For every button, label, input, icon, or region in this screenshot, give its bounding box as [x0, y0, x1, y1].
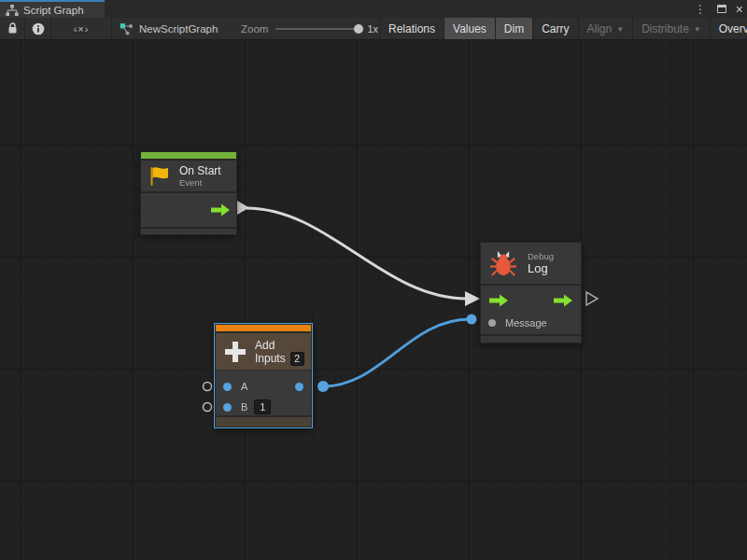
edit-script-button[interactable]: ‹×›: [51, 18, 112, 39]
flow-port-row: [481, 289, 581, 312]
node-body: A B 1: [216, 371, 311, 415]
relations-button[interactable]: Relations: [379, 18, 444, 39]
code-icon: ‹×›: [74, 23, 90, 35]
flag-icon: [148, 165, 170, 188]
script-graph-asset-icon: [120, 22, 134, 35]
flow-wire[interactable]: [247, 208, 467, 299]
lock-button[interactable]: [0, 18, 25, 39]
port-label: B: [241, 401, 247, 413]
tab-script-graph[interactable]: Script Graph: [0, 0, 105, 18]
zoom-slider[interactable]: [275, 28, 359, 30]
node-accent-bar: [141, 152, 236, 159]
node-subtitle: Event: [179, 177, 221, 189]
zoom-value: 1x: [367, 23, 378, 35]
align-button[interactable]: Align ▼: [578, 18, 633, 39]
port-label: A: [241, 381, 247, 392]
zoom-label: Zoom: [241, 23, 268, 35]
bug-icon: [490, 249, 516, 277]
port-b-input[interactable]: [223, 403, 232, 412]
lock-icon: [7, 22, 18, 35]
values-button[interactable]: Values: [444, 18, 495, 39]
window-close-icon[interactable]: ×: [736, 0, 743, 18]
node-title: Add: [255, 339, 304, 352]
graph-name: NewScriptGraph: [139, 23, 218, 35]
add-port-b-outer-ring[interactable]: [204, 403, 212, 412]
window-maximize-icon[interactable]: [717, 0, 726, 18]
tab-bar: Script Graph ⋮ ×: [0, 0, 747, 18]
flow-output-port[interactable]: [553, 294, 573, 307]
info-button[interactable]: [25, 18, 51, 39]
message-port-row: Message: [481, 312, 581, 334]
graph-canvas[interactable]: On Start Event: [0, 40, 747, 560]
node-footer: [216, 417, 311, 427]
node-body: Message: [481, 286, 581, 334]
inputs-count-field[interactable]: 2: [290, 352, 304, 366]
debug-flow-out-connector[interactable]: [586, 292, 598, 305]
zoom-control: Zoom 1x: [241, 18, 378, 39]
node-on-start[interactable]: On Start Event: [141, 152, 236, 234]
node-header[interactable]: Add Inputs 2: [216, 333, 311, 371]
value-wire[interactable]: [323, 319, 470, 386]
port-a-row: A: [216, 376, 311, 397]
info-icon: [32, 22, 45, 35]
node-footer: [141, 229, 236, 234]
port-label: Message: [505, 317, 547, 329]
dim-button[interactable]: Dim: [495, 18, 532, 39]
inputs-label: Inputs: [255, 352, 286, 365]
flow-wire-arrowhead: [465, 291, 480, 306]
message-connector[interactable]: [467, 315, 477, 325]
graph-hierarchy-icon: [6, 5, 19, 16]
distribute-button[interactable]: Distribute ▼: [632, 18, 710, 39]
carry-button[interactable]: Carry: [532, 18, 577, 39]
flow-output-port[interactable]: [210, 203, 231, 217]
flow-input-port[interactable]: [488, 294, 509, 307]
chevron-down-icon: ▼: [616, 25, 624, 34]
zoom-slider-handle[interactable]: [354, 24, 363, 34]
tab-title: Script Graph: [23, 5, 84, 16]
node-header[interactable]: On Start Event: [141, 161, 236, 191]
toolbar-buttons: Relations Values Dim Carry Align ▼ Distr…: [379, 18, 747, 39]
chevron-down-icon: ▼: [694, 25, 701, 34]
wire-layer: [0, 40, 747, 560]
window-menu-icon[interactable]: ⋮: [695, 0, 706, 18]
node-body: [141, 193, 236, 227]
port-b-value-field[interactable]: 1: [254, 399, 271, 414]
graph-breadcrumb[interactable]: NewScriptGraph: [120, 18, 218, 39]
node-title: On Start: [179, 164, 221, 177]
script-graph-window: Script Graph ⋮ × ‹×›: [0, 0, 747, 560]
result-output-port[interactable]: [295, 383, 303, 391]
port-a-input[interactable]: [223, 383, 232, 391]
node-debug-log[interactable]: Debug Log Message: [481, 243, 581, 343]
message-input-port[interactable]: [488, 319, 496, 327]
port-b-row: B 1: [216, 397, 311, 417]
node-header[interactable]: Debug Log: [481, 243, 581, 284]
node-title: Log: [528, 262, 554, 275]
overview-button[interactable]: Overview: [710, 18, 747, 39]
add-result-connector[interactable]: [317, 381, 329, 392]
plus-icon: [223, 340, 247, 364]
add-port-a-outer-ring[interactable]: [204, 383, 212, 391]
graph-toolbar: ‹×› NewScriptGraph Zoom 1x Relations Val…: [0, 18, 747, 40]
node-add[interactable]: Add Inputs 2 A B 1: [214, 323, 313, 428]
node-footer: [481, 336, 581, 343]
node-accent-bar: [216, 325, 311, 331]
